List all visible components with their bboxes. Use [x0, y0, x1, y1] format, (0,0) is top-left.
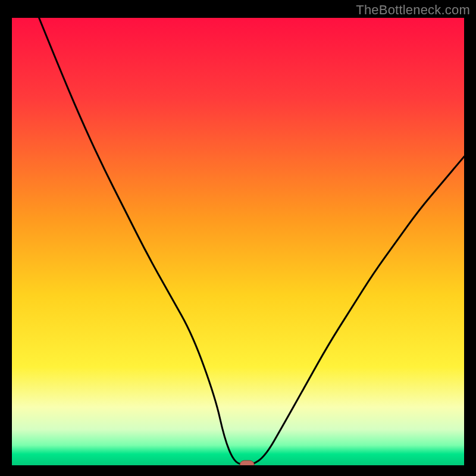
optimal-marker	[240, 461, 254, 465]
chart-svg	[12, 18, 464, 465]
chart-frame: TheBottleneck.com	[0, 0, 476, 476]
bottleneck-plot	[12, 18, 464, 465]
watermark-text: TheBottleneck.com	[356, 2, 470, 18]
